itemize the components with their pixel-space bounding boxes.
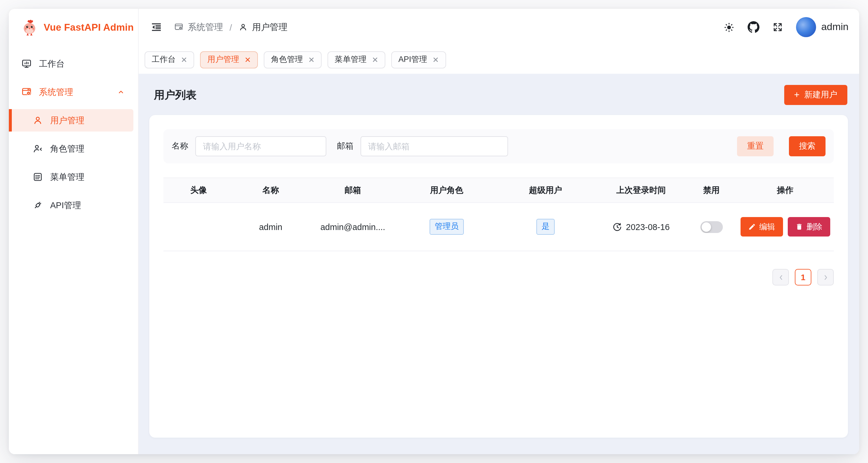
column-last-login: 上次登录时间 (596, 185, 686, 196)
edit-button-label: 编辑 (759, 222, 775, 232)
column-name: 名称 (234, 185, 308, 196)
tab-label: 菜单管理 (335, 54, 366, 65)
sidebar-item-workbench[interactable]: 工作台 (9, 53, 133, 75)
breadcrumb-item-system[interactable]: 系统管理 (174, 22, 223, 33)
column-avatar: 头像 (163, 185, 234, 196)
plus-icon: + (794, 90, 800, 99)
filter-actions: 重置 搜索 (737, 136, 826, 156)
breadcrumb-item-users[interactable]: 用户管理 (238, 22, 287, 33)
chevron-up-icon (117, 88, 125, 96)
breadcrumb-label: 用户管理 (252, 22, 287, 33)
tab-label: 工作台 (152, 54, 176, 65)
cell-disabled (686, 221, 736, 233)
cell-actions: 编辑 删除 (736, 217, 834, 236)
filter-bar: 名称 邮箱 重置 搜索 (163, 129, 834, 163)
sidebar-item-api[interactable]: API管理 (9, 194, 133, 217)
chick-logo-icon (21, 18, 38, 36)
card-filler (163, 286, 834, 424)
column-actions: 操作 (736, 185, 834, 196)
page-head: 用户列表 + 新建用户 (139, 74, 859, 115)
table-row: admin admin@admin.... 管理员 是 (163, 203, 834, 251)
disabled-toggle[interactable] (700, 221, 722, 233)
new-user-button[interactable]: + 新建用户 (784, 85, 847, 105)
sidebar-collapse-icon[interactable] (151, 21, 162, 33)
pagination-prev-button[interactable] (772, 269, 789, 286)
system-settings-icon (21, 87, 32, 97)
sidebar: Vue FastAPI Admin 工作台 (9, 9, 139, 454)
sidebar-item-roles[interactable]: 角色管理 (9, 137, 133, 160)
new-user-button-label: 新建用户 (804, 90, 837, 100)
api-plug-icon (32, 200, 43, 210)
theme-sun-icon[interactable] (723, 22, 734, 33)
avatar (796, 17, 816, 37)
topbar-right: admin (723, 17, 848, 37)
role-tag: 管理员 (429, 219, 464, 234)
sidebar-item-label: 工作台 (39, 58, 65, 69)
pencil-icon (748, 223, 755, 231)
sidebar-item-users[interactable]: 用户管理 (9, 109, 133, 132)
page-title: 用户列表 (154, 88, 196, 102)
menu-list-icon (32, 172, 43, 182)
pagination-next-button[interactable] (817, 269, 834, 286)
main-area: 系统管理 / 用户管理 (139, 9, 859, 454)
column-email: 邮箱 (307, 185, 398, 196)
close-icon[interactable]: ✕ (245, 56, 251, 63)
sidebar-item-label: 系统管理 (39, 87, 73, 98)
tab-menus[interactable]: 菜单管理 ✕ (328, 51, 385, 68)
breadcrumb-label: 系统管理 (188, 22, 223, 33)
users-table: 头像 名称 邮箱 用户角色 超级用户 上次登录时间 禁用 操作 admin (163, 177, 834, 251)
app-title: Vue FastAPI Admin (44, 22, 134, 33)
tab-label: API管理 (398, 54, 427, 65)
pagination-page-1[interactable]: 1 (795, 269, 811, 286)
tab-label: 角色管理 (271, 54, 303, 65)
role-icon (32, 143, 43, 154)
clock-history-icon (613, 222, 622, 232)
sidebar-item-label: API管理 (50, 200, 81, 211)
name-filter-input[interactable] (195, 136, 326, 156)
tab-api[interactable]: API管理 ✕ (391, 51, 446, 68)
email-filter-label: 邮箱 (337, 141, 353, 152)
reset-button[interactable]: 重置 (737, 136, 774, 156)
search-button[interactable]: 搜索 (789, 136, 826, 156)
toggle-knob (701, 222, 711, 232)
tab-users[interactable]: 用户管理 ✕ (200, 51, 258, 68)
system-settings-icon (174, 23, 184, 32)
cell-last-login: 2023-08-16 (596, 222, 686, 232)
sidebar-menu: 工作台 系统管理 (9, 45, 138, 220)
tabstrip: 工作台 ✕ 用户管理 ✕ 角色管理 ✕ 菜单管理 ✕ API管理 ✕ (139, 45, 859, 74)
workbench-monitor-icon (21, 58, 32, 69)
close-icon[interactable]: ✕ (433, 56, 439, 63)
github-icon[interactable] (747, 21, 759, 33)
logo[interactable]: Vue FastAPI Admin (9, 9, 138, 45)
cell-roles: 管理员 (398, 219, 495, 234)
superuser-tag: 是 (536, 219, 555, 234)
tab-workbench[interactable]: 工作台 ✕ (145, 51, 194, 68)
tab-roles[interactable]: 角色管理 ✕ (264, 51, 322, 68)
breadcrumb: 系统管理 / 用户管理 (174, 22, 287, 33)
content: 用户列表 + 新建用户 名称 邮箱 重置 (139, 74, 859, 454)
close-icon[interactable]: ✕ (181, 56, 187, 63)
user-menu[interactable]: admin (796, 17, 848, 37)
fullscreen-icon[interactable] (772, 22, 783, 32)
email-filter-input[interactable] (361, 136, 508, 156)
column-superuser: 超级用户 (495, 185, 596, 196)
column-disabled: 禁用 (686, 185, 736, 196)
column-roles: 用户角色 (398, 185, 495, 196)
close-icon[interactable]: ✕ (308, 56, 315, 63)
sidebar-item-label: 菜单管理 (50, 171, 84, 183)
close-icon[interactable]: ✕ (372, 56, 378, 63)
stage: Vue FastAPI Admin 工作台 (0, 0, 868, 463)
topbar: 系统管理 / 用户管理 (139, 9, 859, 45)
cell-email: admin@admin.... (307, 222, 398, 232)
user-icon (238, 23, 248, 32)
delete-button[interactable]: 删除 (787, 217, 830, 236)
sidebar-item-menus[interactable]: 菜单管理 (9, 166, 133, 188)
edit-button[interactable]: 编辑 (740, 217, 783, 236)
sidebar-item-system[interactable]: 系统管理 (9, 81, 133, 103)
tab-label: 用户管理 (208, 54, 239, 65)
cell-superuser: 是 (495, 219, 596, 234)
sidebar-item-label: 角色管理 (50, 143, 84, 154)
last-login-value: 2023-08-16 (626, 222, 670, 232)
delete-button-label: 删除 (806, 222, 822, 232)
cell-name: admin (234, 222, 308, 232)
